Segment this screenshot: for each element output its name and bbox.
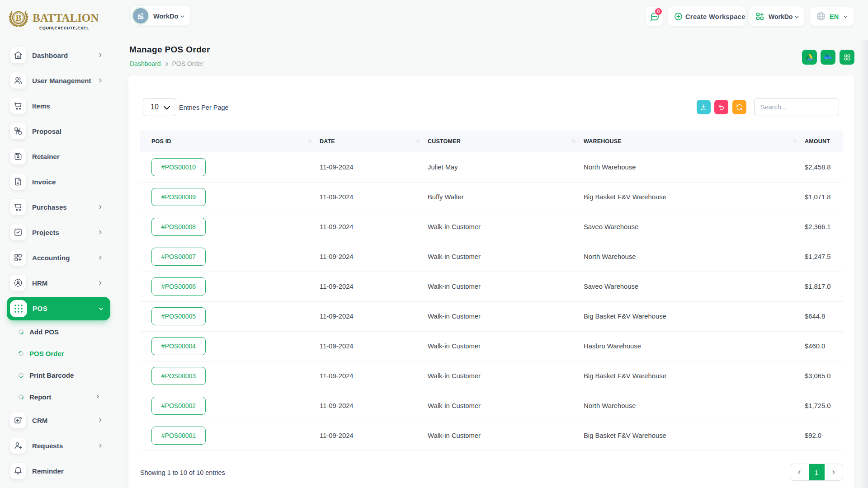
svg-text:B: B xyxy=(16,13,22,23)
